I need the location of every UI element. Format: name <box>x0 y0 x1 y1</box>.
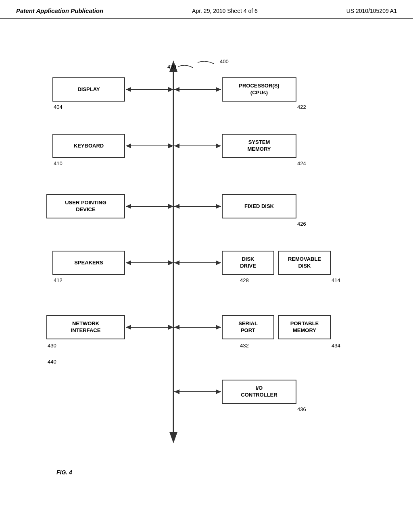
processors-box: PROCESSOR(S) (CPUs) <box>222 77 296 102</box>
svg-marker-23 <box>216 143 221 148</box>
svg-marker-17 <box>168 325 173 330</box>
portable-memory-box: PORTABLE MEMORY <box>278 315 331 339</box>
diagram: 400 420 DISPLAY 404 KEYBOARD 410 USER PO… <box>0 56 413 500</box>
ref-432: 432 <box>240 343 249 349</box>
svg-marker-11 <box>168 204 173 209</box>
svg-marker-29 <box>216 260 221 265</box>
fig-caption: FIG. 4 <box>56 469 72 476</box>
ref-420: 420 <box>167 64 176 70</box>
ref-424: 424 <box>297 160 306 166</box>
serial-port-box: SERIAL PORT <box>222 315 274 339</box>
svg-marker-22 <box>174 143 179 148</box>
fixed-disk-box: FIXED DISK <box>222 194 296 218</box>
ref-430: 430 <box>48 343 56 349</box>
ref-414: 414 <box>332 277 340 283</box>
svg-marker-31 <box>174 325 179 330</box>
ref-400: 400 <box>220 58 229 64</box>
ref-426: 426 <box>297 221 306 227</box>
system-memory-box: SYSTEM MEMORY <box>222 134 296 158</box>
io-controller-box: I/O CONTROLLER <box>222 380 296 404</box>
page: Patent Application Publication Apr. 29, … <box>0 0 413 532</box>
user-pointing-device-box: USER POINTING DEVICE <box>46 194 125 218</box>
header-publication-label: Patent Application Publication <box>16 7 103 14</box>
svg-marker-5 <box>168 87 173 92</box>
svg-marker-2 <box>169 432 177 443</box>
svg-marker-7 <box>126 143 131 148</box>
svg-marker-19 <box>174 87 179 92</box>
svg-marker-10 <box>126 204 131 209</box>
header-date-sheet: Apr. 29, 2010 Sheet 4 of 6 <box>192 8 258 14</box>
disk-drive-box: DISK DRIVE <box>222 251 274 275</box>
ref-434: 434 <box>332 343 340 349</box>
svg-marker-4 <box>126 87 131 92</box>
network-interface-box: NETWORK INTERFACE <box>46 315 125 339</box>
svg-marker-8 <box>168 143 173 148</box>
ref-412: 412 <box>54 277 63 283</box>
svg-marker-20 <box>216 87 221 92</box>
speakers-box: SPEAKERS <box>52 251 125 275</box>
page-header: Patent Application Publication Apr. 29, … <box>0 0 413 19</box>
svg-marker-35 <box>216 389 221 394</box>
ref-436: 436 <box>297 406 306 412</box>
svg-marker-16 <box>126 325 131 330</box>
svg-marker-25 <box>174 204 179 209</box>
ref-404: 404 <box>54 104 63 110</box>
display-box: DISPLAY <box>52 77 125 102</box>
ref-428: 428 <box>240 277 249 283</box>
header-patent-number: US 2010/105209 A1 <box>346 8 397 14</box>
ref-410: 410 <box>54 160 63 166</box>
svg-marker-14 <box>168 260 173 265</box>
svg-marker-34 <box>174 389 179 394</box>
svg-marker-32 <box>216 325 221 330</box>
keyboard-box: KEYBOARD <box>52 134 125 158</box>
svg-marker-13 <box>126 260 131 265</box>
svg-marker-28 <box>174 260 179 265</box>
ref-440: 440 <box>48 359 56 365</box>
svg-marker-26 <box>216 204 221 209</box>
removable-disk-box: REMOVABLE DISK <box>278 251 331 275</box>
ref-422: 422 <box>297 104 306 110</box>
